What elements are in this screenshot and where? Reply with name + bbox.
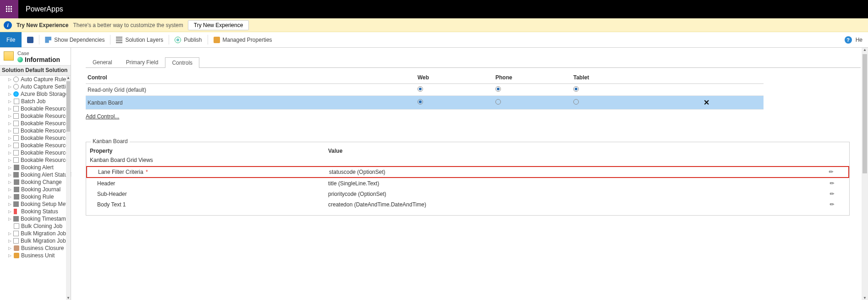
control-row[interactable]: Read-only Grid (default)	[86, 84, 764, 96]
tree-item[interactable]: ▷Bookable Resource ...	[0, 112, 66, 120]
expand-icon[interactable]: ▷	[8, 150, 11, 156]
form-factor-radio[interactable]	[573, 86, 579, 92]
expand-icon[interactable]: ▷	[8, 201, 11, 207]
tree-item[interactable]: ▷Booking Journal	[0, 186, 66, 193]
tree-item[interactable]: ▷Booking Rule	[0, 193, 66, 200]
form-factor-radio[interactable]	[573, 99, 579, 105]
tree-scrollbar[interactable]: ▲ ▼	[66, 76, 71, 300]
tab-primary-field[interactable]: Primary Field	[119, 57, 165, 67]
tree-scroll-thumb[interactable]	[66, 81, 70, 132]
tree-item[interactable]: ▷Booking Timestamp	[0, 215, 66, 222]
edit-property-button[interactable]: ✎	[829, 180, 836, 188]
edit-property-button[interactable]: ✎	[829, 190, 836, 198]
tree-item[interactable]: ▷Bookable Resource ...	[0, 142, 66, 149]
tree-item[interactable]: ▷Booking Status	[0, 208, 66, 215]
tree-item[interactable]: ▷Booking Change	[0, 178, 66, 186]
tab-strip: General Primary Field Controls	[86, 57, 861, 68]
waffle-menu[interactable]	[0, 0, 18, 18]
expand-icon[interactable]: ▷	[8, 216, 11, 222]
expand-icon[interactable]: ▷	[8, 83, 11, 90]
edit-property-button[interactable]: ✎	[828, 168, 835, 176]
solution-layers-button[interactable]: Solution Layers	[110, 32, 169, 47]
expand-icon[interactable]: ▷	[8, 106, 11, 112]
tree-item[interactable]: ▷Bulk Migration Job	[0, 230, 66, 237]
tab-general[interactable]: General	[86, 57, 119, 67]
expand-icon[interactable]: ▷	[8, 194, 12, 200]
tree-item[interactable]: ▷Bulk Migration Job ...	[0, 237, 66, 244]
expand-icon[interactable]: ▷	[8, 172, 11, 178]
tree-scroll-up[interactable]: ▲	[66, 76, 71, 80]
tree-item[interactable]: ▷Bookable Resource ...	[0, 134, 66, 142]
entity-icon	[4, 51, 14, 61]
tree-item[interactable]: ▷Bookable Resource ...	[0, 127, 66, 134]
save-icon	[27, 37, 33, 43]
edit-property-button[interactable]: ✎	[829, 201, 836, 209]
expand-icon[interactable]: ▷	[8, 142, 11, 149]
tree-item-label: Bookable Resource ...	[21, 157, 66, 163]
expand-icon[interactable]: ▷	[8, 164, 12, 171]
control-row[interactable]: Kanban Board✕	[86, 96, 764, 110]
tree-item[interactable]: ▷Booking Alert Status	[0, 171, 66, 178]
tree-item[interactable]: ▷Bookable Resource ...	[0, 149, 66, 156]
publish-icon	[175, 37, 181, 43]
main-scroll-down[interactable]: ▼	[862, 296, 868, 300]
try-new-experience-button[interactable]: Try New Experience	[188, 20, 249, 30]
page-title: Information	[17, 56, 60, 63]
tree-item[interactable]: ▷Auto Capture Rule	[0, 76, 66, 83]
component-icon	[13, 77, 19, 82]
tree-item[interactable]: ▷Auto Capture Settin...	[0, 83, 66, 90]
tree-item[interactable]: ▷Azure Blob Storage ...	[0, 90, 66, 98]
expand-icon[interactable]: ▷	[8, 135, 11, 141]
tab-controls[interactable]: Controls	[165, 57, 199, 68]
file-button[interactable]: File	[0, 32, 22, 47]
property-label: Header	[90, 180, 328, 187]
form-factor-radio[interactable]	[418, 99, 423, 105]
tree-item[interactable]: ▷Booking Alert	[0, 164, 66, 171]
save-button[interactable]	[22, 32, 39, 47]
expand-icon[interactable]: ▷	[8, 120, 11, 127]
main-scroll-thumb[interactable]	[863, 54, 867, 173]
expand-icon[interactable]: ▷	[8, 245, 12, 251]
tree-item[interactable]: Bulk Cloning Job	[0, 222, 66, 230]
add-control-link[interactable]: Add Control...	[86, 113, 119, 120]
tree-item[interactable]: ▷Bookable Resource ...	[0, 156, 66, 164]
property-label: Sub-Header	[90, 191, 328, 197]
tree-item-label: Business Closure	[21, 245, 64, 251]
main-scrollbar[interactable]: ▲ ▼	[862, 48, 868, 300]
expand-icon[interactable]: ▷	[8, 208, 12, 215]
tree-item-label: Bookable Resource ...	[21, 120, 66, 127]
expand-icon[interactable]: ▷	[8, 113, 11, 119]
expand-icon[interactable]: ▷	[8, 186, 12, 193]
tree-item[interactable]: ▷Bookable Resource	[0, 105, 66, 112]
publish-button[interactable]: Publish	[169, 32, 207, 47]
component-icon	[13, 121, 19, 126]
expand-icon[interactable]: ▷	[8, 230, 11, 237]
form-factor-radio[interactable]	[418, 86, 423, 92]
property-value: createdon (DateAndTime.DateAndTime)	[328, 201, 824, 208]
tree-scroll-down[interactable]: ▼	[66, 296, 71, 300]
tree-item[interactable]: ▷Batch Job	[0, 98, 66, 105]
expand-icon[interactable]: ▷	[8, 157, 11, 163]
tree-item[interactable]: ▷Bookable Resource ...	[0, 120, 66, 127]
expand-icon[interactable]: ▷	[8, 91, 11, 97]
tree-item[interactable]: ▷Booking Setup Met...	[0, 200, 66, 208]
tree-item[interactable]: ▷Business Closure	[0, 244, 66, 252]
component-icon	[14, 209, 19, 214]
expand-icon[interactable]: ▷	[8, 179, 12, 185]
expand-icon[interactable]: ▷	[8, 128, 11, 134]
remove-control-button[interactable]: ✕	[703, 99, 709, 106]
help-button[interactable]: ?He	[839, 32, 868, 47]
show-dependencies-button[interactable]: Show Dependencies	[39, 32, 110, 47]
expand-icon[interactable]: ▷	[8, 252, 12, 259]
tree-item[interactable]: ▷Business Unit	[0, 252, 66, 259]
expand-icon[interactable]: ▷	[8, 98, 12, 105]
form-factor-radio[interactable]	[495, 99, 501, 105]
managed-properties-button[interactable]: Managed Properties	[208, 32, 278, 47]
ribbon: File Show Dependencies Solution Layers P…	[0, 32, 868, 48]
col-control: Control	[86, 72, 416, 84]
expand-icon[interactable]: ▷	[8, 76, 11, 83]
component-icon	[14, 253, 19, 258]
form-factor-radio[interactable]	[495, 86, 501, 92]
main-scroll-up[interactable]: ▲	[862, 48, 868, 52]
expand-icon[interactable]: ▷	[8, 238, 11, 244]
